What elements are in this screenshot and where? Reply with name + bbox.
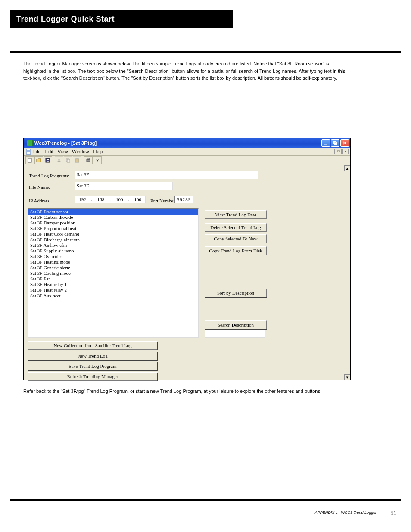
- ip-address-label: IP Address:: [29, 198, 51, 203]
- search-description-input[interactable]: [205, 330, 265, 338]
- svg-rect-11: [47, 161, 49, 162]
- window-minimize-button[interactable]: [321, 139, 330, 147]
- view-trend-log-data-button[interactable]: View Trend Log Data: [205, 210, 267, 219]
- list-item[interactable]: Sat 3F Aux heat: [28, 293, 198, 299]
- doc-footer-title: APPENDIX L - WCC3 Trend Logger: [315, 510, 377, 515]
- svg-rect-18: [67, 159, 70, 162]
- svg-line-15: [58, 159, 60, 161]
- trend-log-programs-label: Trend Log Programs:: [29, 173, 69, 178]
- svg-rect-21: [87, 159, 90, 162]
- toolbar: ?: [24, 156, 350, 165]
- page-number: 11: [391, 510, 396, 516]
- svg-rect-9: [28, 158, 31, 162]
- help-icon[interactable]: ?: [93, 156, 102, 164]
- sort-by-description-button[interactable]: Sort by Description: [205, 289, 267, 297]
- trend-log-listbox[interactable]: Sat 3F Room sensor Sat 3F Carbon dioxide…: [28, 208, 199, 338]
- caption-paragraph: Refer back to the "Sat 3F.tpg" Trend Log…: [23, 388, 351, 395]
- window-title: Wcc3Trendlog - [Sat 3F.tpg]: [34, 140, 97, 146]
- list-item[interactable]: Sat 3F Fan: [28, 276, 198, 282]
- mdi-close-button[interactable]: ×: [342, 149, 349, 154]
- cut-icon[interactable]: [55, 156, 63, 164]
- new-trend-log-button[interactable]: New Trend Log: [28, 352, 157, 360]
- list-item[interactable]: Sat 3F Generic alarm: [28, 265, 198, 271]
- copy-icon[interactable]: [64, 156, 72, 164]
- menu-edit[interactable]: Edit: [45, 149, 53, 154]
- list-item[interactable]: Sat 3F Heat relay 2: [28, 287, 198, 293]
- list-item[interactable]: Sat 3F Cooling mode: [28, 271, 198, 276]
- copy-selected-to-new-button[interactable]: Copy Selected To New: [205, 234, 267, 243]
- save-trend-log-program-button[interactable]: Save Trend Log Program: [28, 362, 157, 370]
- scroll-down-icon[interactable]: ▼: [344, 374, 350, 380]
- svg-rect-5: [26, 149, 31, 154]
- list-item[interactable]: Sat 3F Carbon dioxide: [28, 215, 198, 220]
- svg-rect-0: [324, 144, 327, 145]
- menu-view[interactable]: View: [58, 149, 68, 154]
- print-icon[interactable]: [84, 156, 93, 164]
- vertical-scrollbar[interactable]: ▲ ▼: [344, 165, 350, 380]
- list-item[interactable]: Sat 3F Room sensor: [28, 209, 198, 215]
- delete-selected-trend-log-button[interactable]: Delete Selected Trend Log: [205, 223, 267, 232]
- menu-window[interactable]: Window: [72, 149, 89, 154]
- list-item[interactable]: Sat 3F Heat relay 1: [28, 282, 198, 287]
- divider: [10, 51, 401, 53]
- open-file-icon[interactable]: [34, 156, 43, 164]
- port-number-label: Port Number:: [150, 198, 176, 203]
- ip-octet-3[interactable]: 100: [112, 196, 127, 203]
- window-close-button[interactable]: [340, 139, 349, 147]
- trend-log-programs-field[interactable]: Sat 3F: [75, 171, 258, 179]
- section-header-title: Trend Logger Quick Start: [16, 15, 115, 24]
- ip-address-field[interactable]: 192 . 168 . 100 . 100: [75, 196, 146, 203]
- new-file-icon[interactable]: [25, 156, 34, 164]
- list-item[interactable]: Sat 3F Supply air temp: [28, 248, 198, 254]
- menu-file[interactable]: File: [33, 149, 41, 154]
- svg-rect-22: [87, 158, 90, 159]
- app-screenshot: Wcc3Trendlog - [Sat 3F.tpg] File Edit Vi…: [23, 138, 351, 380]
- svg-rect-20: [76, 158, 78, 159]
- window-titlebar: Wcc3Trendlog - [Sat 3F.tpg]: [24, 138, 350, 148]
- list-item[interactable]: Sat 3F Discharge air temp: [28, 237, 198, 243]
- list-item[interactable]: Sat 3F Overrides: [28, 254, 198, 259]
- ip-octet-4[interactable]: 100: [130, 196, 146, 203]
- refresh-trending-manager-button[interactable]: Refresh Trending Manager: [28, 372, 157, 381]
- ip-octet-1[interactable]: 192: [75, 196, 90, 203]
- list-item[interactable]: Sat 3F Heating mode: [28, 259, 198, 265]
- menu-help[interactable]: Help: [93, 149, 103, 154]
- svg-rect-19: [75, 159, 79, 162]
- list-item[interactable]: Sat 3F Damper position: [28, 220, 198, 226]
- svg-text:?: ?: [96, 158, 99, 163]
- svg-line-16: [58, 159, 60, 161]
- list-item[interactable]: Sat 3F Airflow cfm: [28, 243, 198, 248]
- window-maximize-button[interactable]: [331, 139, 339, 147]
- file-name-field[interactable]: Sat 3F: [75, 182, 173, 190]
- new-collection-from-satellite-button[interactable]: New Collection from Satellite Trend Log: [28, 341, 157, 350]
- menu-bar: File Edit View Window Help _ □ ×: [24, 148, 350, 156]
- mdi-document-icon[interactable]: [25, 149, 31, 155]
- paste-icon[interactable]: [73, 156, 81, 164]
- divider: [10, 499, 401, 501]
- search-description-button[interactable]: Search Description: [205, 320, 267, 329]
- ip-octet-2[interactable]: 168: [93, 196, 109, 203]
- app-icon: [27, 140, 33, 146]
- mdi-minimize-button[interactable]: _: [329, 149, 335, 154]
- client-area: Trend Log Programs: Sat 3F File Name: Sa…: [24, 165, 350, 380]
- copy-trend-log-from-disk-button[interactable]: Copy Trend Log From Disk: [205, 246, 267, 255]
- list-item[interactable]: Sat 3F Proportional heat: [28, 226, 198, 231]
- port-number-field[interactable]: 39289: [174, 196, 193, 203]
- file-name-label: File Name:: [29, 184, 50, 190]
- save-file-icon[interactable]: [44, 156, 52, 164]
- scroll-up-icon[interactable]: ▲: [344, 165, 350, 171]
- svg-rect-12: [47, 159, 49, 160]
- intro-paragraph: The Trend Logger Manager screen is shown…: [23, 60, 351, 82]
- list-item[interactable]: Sat 3F Heat/Cool demand: [28, 231, 198, 237]
- mdi-restore-button[interactable]: □: [336, 149, 342, 154]
